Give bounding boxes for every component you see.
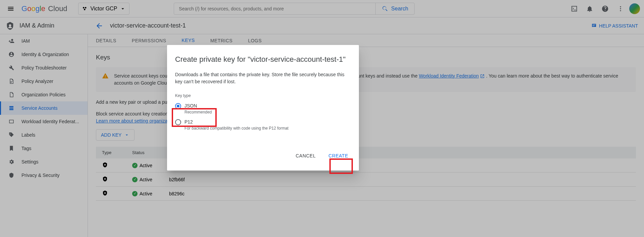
radio-p12[interactable]: P12 For backward compatibility with code… [175,117,351,133]
radio-json-hint: Recommended [184,110,212,114]
radio-json-label: JSON [184,103,197,108]
key-type-label: Key type [175,93,351,98]
radio-p12-hint: For backward compatibility with code usi… [184,126,288,131]
dialog-title: Create private key for "victor-service-a… [175,54,351,64]
radio-json-input[interactable] [175,103,181,109]
radio-json[interactable]: JSON Recommended [175,101,351,117]
radio-p12-input[interactable] [175,119,181,125]
radio-p12-label: P12 [184,119,193,125]
create-key-dialog: Create private key for "victor-service-a… [167,45,359,171]
create-button[interactable]: CREATE [326,150,351,161]
cancel-button[interactable]: CANCEL [293,150,318,161]
dialog-description: Downloads a file that contains the priva… [175,71,351,85]
